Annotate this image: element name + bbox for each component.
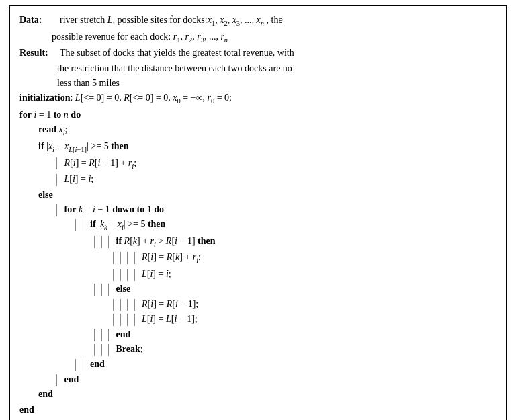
else1: else bbox=[38, 187, 497, 202]
read-line: read xi; bbox=[38, 122, 497, 139]
end-for1: end bbox=[19, 403, 497, 417]
data-text: river stretch L, possible sites for dock… bbox=[60, 13, 283, 30]
l1-line: L[i] = i; bbox=[57, 172, 497, 187]
data-label: Data: bbox=[19, 13, 60, 28]
end-if3: end bbox=[95, 327, 497, 342]
l3-line: L[i] = L[i − 1]; bbox=[114, 312, 497, 327]
result-text2-line: the restriction that the distance betwee… bbox=[19, 61, 497, 76]
if1-line: if |xi − xL[i−1]| >= 5 then bbox=[38, 139, 497, 156]
for-line: for i = 1 to n do bbox=[19, 108, 497, 122]
r3-line: R[i] = R[i − 1]; bbox=[114, 297, 497, 312]
if2-line: if |kk − xi| >= 5 then bbox=[76, 217, 497, 234]
end-else: end bbox=[38, 387, 497, 402]
l2-line: L[i] = i; bbox=[114, 267, 497, 282]
init-line: initialization: L[<= 0] = 0, R[<= 0] = 0… bbox=[19, 91, 497, 108]
if3-line: if R[k] + ri > R[i − 1] then bbox=[95, 234, 497, 251]
end-for2: end bbox=[57, 372, 497, 387]
break-line: Break; bbox=[95, 342, 497, 357]
result-text2: the restriction that the distance betwee… bbox=[57, 61, 292, 76]
r2-line: R[i] = R[k] + ri; bbox=[114, 250, 497, 267]
data-section: Data: river stretch L, possible sites fo… bbox=[19, 13, 497, 30]
result-text3-line: less than 5 miles bbox=[19, 76, 497, 91]
result-label: Result: bbox=[19, 46, 60, 60]
result-text: The subset of docks that yields the grea… bbox=[60, 46, 294, 60]
r1-line: R[i] = R[i − 1] + ri; bbox=[57, 156, 497, 173]
algorithm-box: Data: river stretch L, possible sites fo… bbox=[9, 5, 507, 420]
end-if2: end bbox=[76, 357, 497, 372]
else2: else bbox=[95, 282, 497, 296]
data-text2-line: possible revenue for each dock: r1, r2, … bbox=[19, 30, 497, 46]
result-text3: less than 5 miles bbox=[57, 76, 120, 91]
for2-line: for k = i − 1 down to 1 do bbox=[57, 202, 497, 217]
data-text2: possible revenue for each dock: r1, r2, … bbox=[52, 30, 228, 46]
result-section: Result: The subset of docks that yields … bbox=[19, 46, 497, 60]
